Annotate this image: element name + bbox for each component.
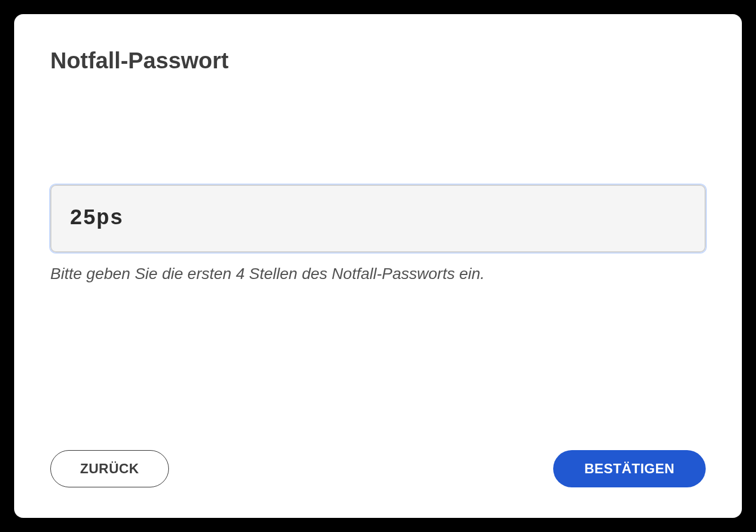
dialog-content: Bitte geben Sie die ersten 4 Stellen des… <box>50 85 706 450</box>
emergency-password-dialog: Notfall-Passwort Bitte geben Sie die ers… <box>14 14 742 518</box>
password-input[interactable] <box>50 185 706 252</box>
dialog-title: Notfall-Passwort <box>50 48 706 73</box>
back-button[interactable]: ZURÜCK <box>50 450 169 487</box>
button-row: ZURÜCK BESTÄTIGEN <box>50 450 706 487</box>
helper-text: Bitte geben Sie die ersten 4 Stellen des… <box>50 265 706 283</box>
confirm-button[interactable]: BESTÄTIGEN <box>553 450 706 487</box>
